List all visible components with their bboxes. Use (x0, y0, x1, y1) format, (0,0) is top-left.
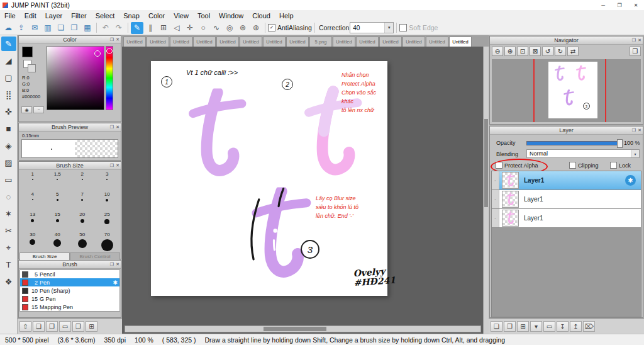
rect-fill-tool[interactable]: ■ (1, 122, 16, 136)
horizontal-scrollbar[interactable] (125, 325, 481, 332)
menu-item[interactable]: Window (214, 12, 248, 20)
chevron-down-icon[interactable]: ▾ (631, 150, 639, 157)
add-layer-icon[interactable]: ❏ (491, 321, 502, 332)
circle-snap-icon[interactable]: ○ (197, 22, 209, 34)
panel-detach-icon[interactable]: ❐ (632, 38, 636, 43)
vanishing-point-snap-icon[interactable]: ⊛ (236, 22, 249, 34)
blending-dropdown[interactable]: Normal ▾ (526, 149, 640, 158)
document-tab[interactable]: Untitled (193, 37, 216, 47)
menu-item[interactable]: Snap (119, 12, 144, 20)
minimize-button[interactable]: ─ (595, 0, 611, 10)
gear-icon[interactable]: ✱ (113, 280, 118, 286)
brush-list-item[interactable]: 5 Pencil ✱ (20, 270, 119, 278)
rotate-left-icon[interactable]: ↺ (542, 47, 553, 56)
panel-close-icon[interactable]: ✕ (116, 262, 119, 267)
cross-snap-icon[interactable]: ✛ (184, 22, 196, 34)
document-tab[interactable]: 5.png (309, 37, 332, 47)
brush-size-cell[interactable]: 1.5 (45, 171, 70, 191)
brush-size-cell[interactable]: 30 (20, 232, 45, 252)
brush-grid-view-icon[interactable]: ⊞ (86, 321, 97, 332)
brush-size-cell[interactable]: 15 (45, 212, 70, 232)
brush-size-cell[interactable]: 7 (70, 191, 95, 212)
navigator-preview[interactable]: 3 (492, 59, 641, 122)
menu-item[interactable]: Layer (41, 12, 67, 20)
chevron-down-icon[interactable]: ▾ (384, 23, 393, 33)
panel-close-icon[interactable]: ✕ (638, 128, 641, 133)
panel-close-icon[interactable]: ✕ (116, 125, 119, 130)
folder-icon[interactable]: ▭ (543, 321, 555, 332)
secondary-color-swatch[interactable] (28, 64, 36, 72)
gradient-tool[interactable]: ▨ (1, 156, 16, 170)
brush-list-item[interactable]: 15 G Pen ✱ (20, 295, 119, 303)
layer-visibility-toggle[interactable]: ◦ (492, 190, 499, 208)
opacity-slider-thumb[interactable] (617, 139, 623, 148)
checkbox-box[interactable] (569, 162, 576, 169)
panel-detach-icon[interactable]: ❐ (110, 125, 114, 130)
menu-item[interactable]: Color (144, 12, 169, 20)
brush-size-cell[interactable]: 50 (70, 232, 95, 252)
brush-list-item[interactable]: 15 Mapping Pen ✱ (20, 303, 119, 311)
pen-mode-icon[interactable]: ✎ (131, 22, 143, 34)
print-icon[interactable]: ❒ (630, 47, 641, 56)
save-brush-icon[interactable]: ❒ (72, 321, 84, 332)
delete-layer-icon[interactable]: ⌦ (583, 321, 595, 332)
layer-visibility-toggle[interactable]: ◦ (492, 209, 499, 227)
checkbox-box[interactable] (610, 162, 617, 169)
brush-size-cell[interactable]: 13 (20, 212, 45, 232)
actual-size-icon[interactable]: ⊠ (530, 47, 541, 56)
document-tab[interactable]: Untitled (286, 37, 309, 47)
bucket-tool[interactable]: ◈ (1, 139, 16, 153)
layer-row[interactable]: ◦ Layer1 ✱ (492, 190, 641, 209)
document-tab[interactable]: Untitled (379, 37, 402, 47)
rotate-right-icon[interactable]: ↻ (555, 47, 566, 56)
radial-snap-icon[interactable]: ◎ (223, 22, 236, 34)
eyedropper-tool[interactable]: ⌖ (1, 240, 16, 255)
foreground-color-swatch[interactable] (22, 47, 33, 57)
menu-item[interactable]: Tool (193, 12, 214, 20)
transfer-icon[interactable]: ↥ (570, 321, 582, 332)
panel-layout-icon[interactable]: ▥ (42, 22, 54, 34)
drawing-canvas[interactable]: 1 Vt 1 chữ calli :>> 2 Nhấn chọn Protect… (151, 61, 387, 296)
brush-size-cell[interactable]: 5 (45, 191, 70, 212)
parallel-snap-icon[interactable]: ∥ (144, 22, 157, 34)
menu-item[interactable]: Filter (67, 12, 91, 20)
document-tab[interactable]: Untitled (147, 37, 169, 47)
panel-detach-icon[interactable]: ❐ (110, 262, 114, 267)
document-tab[interactable]: Untitled (240, 37, 262, 47)
flip-horizontal-icon[interactable]: ⇄ (567, 47, 579, 56)
minimize-color-icon[interactable]: − (33, 106, 44, 113)
brush-size-cell[interactable]: 1 (20, 171, 45, 191)
brush-size-cell[interactable]: 20 (70, 212, 95, 232)
comment-icon[interactable]: ✉ (28, 22, 41, 34)
dot-pen-tool[interactable]: ⣿ (1, 88, 16, 102)
maximize-button[interactable]: ❐ (611, 0, 628, 10)
add-folder-icon[interactable]: ❐ (504, 321, 516, 332)
panel-detach-icon[interactable]: ❐ (110, 37, 114, 42)
menu-item[interactable]: Select (91, 12, 119, 20)
correction-dropdown[interactable]: 40 ▾ (350, 22, 394, 33)
document-tab[interactable]: Untitled (263, 37, 286, 47)
hue-slider[interactable] (106, 46, 113, 110)
clipping-checkbox[interactable]: Clipping (569, 162, 599, 169)
checkbox-check[interactable]: ✓ (268, 24, 275, 31)
select-tool[interactable]: ▭ (1, 172, 16, 187)
panel-close-icon[interactable]: ✕ (116, 163, 119, 168)
layer-menu-icon[interactable]: ▾ (530, 321, 542, 332)
layer-row[interactable]: ◦ Layer1 ✱ (492, 171, 641, 190)
merge-down-icon[interactable]: ↧ (557, 321, 569, 332)
document-tab[interactable]: Untitled (216, 37, 239, 47)
canvases-icon[interactable]: ❐ (68, 22, 80, 34)
triangle-snap-icon[interactable]: ◁ (170, 22, 183, 34)
vertical-scroll-thumb[interactable] (484, 119, 488, 207)
close-button[interactable]: ✕ (628, 0, 644, 10)
lasso-tool[interactable]: ◌ (1, 189, 16, 204)
snap-settings-icon[interactable]: ⊕ (250, 22, 262, 34)
brush-size-cell[interactable]: 2 (70, 171, 95, 191)
opacity-slider[interactable] (526, 141, 622, 145)
lock-checkbox[interactable]: Lock (610, 162, 631, 169)
redo-icon[interactable]: ↷ (113, 22, 125, 34)
document-tab[interactable]: Untitled (170, 37, 192, 47)
checkbox-box[interactable] (399, 24, 407, 31)
new-canvas-icon[interactable]: ❏ (55, 22, 67, 34)
brush-tool[interactable]: ✎ (1, 37, 16, 51)
